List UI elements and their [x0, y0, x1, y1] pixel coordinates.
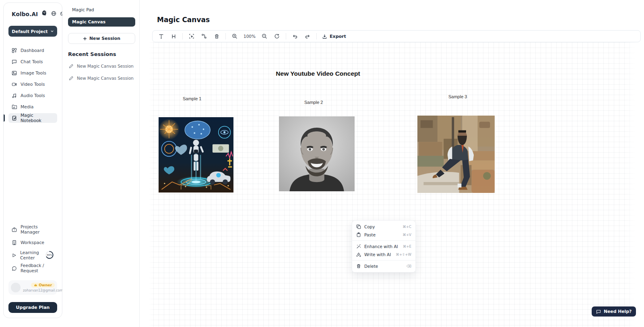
- sidebar-item-projects-manager[interactable]: Projects Manager: [8, 225, 57, 234]
- wand-icon: [356, 244, 361, 249]
- sidebar-item-magic-notebook[interactable]: Magic Notebook: [8, 113, 57, 123]
- sidebar-item-workspace[interactable]: Workspace: [8, 238, 57, 247]
- brand-row: Kolbo.AI: [8, 10, 57, 18]
- canvas-title-text[interactable]: New Youtube Video Concept: [217, 70, 419, 77]
- toolbar-divider: [286, 33, 286, 39]
- magic-pad-link[interactable]: Magic Pad: [68, 6, 135, 14]
- briefcase-icon: [12, 227, 17, 232]
- context-menu-item-paste[interactable]: Paste ⌘+V: [352, 231, 415, 239]
- context-menu-shortcut: ⌘+V: [402, 233, 411, 237]
- context-menu-shortcut: ⌫: [407, 264, 411, 268]
- sidebar-item-media[interactable]: Media: [8, 102, 57, 112]
- feedback-icon: [12, 266, 17, 271]
- owner-badge-label: Owner: [39, 283, 52, 287]
- play-icon: [12, 253, 17, 258]
- connector-tool-button[interactable]: [200, 33, 208, 40]
- sidebar-item-label: Dashboard: [21, 48, 44, 53]
- globe-icon[interactable]: [51, 10, 56, 18]
- sidebar-item-image-tools[interactable]: Image Tools: [8, 68, 57, 78]
- sidebar-item-label: Projects Manager: [21, 224, 54, 235]
- toolbar-divider: [225, 33, 226, 39]
- app-root: Kolbo.AI Default Project Dashboard Chat …: [0, 0, 644, 327]
- context-menu-item-write-with-ai[interactable]: Write with AI ⌘+⇧+W: [352, 250, 415, 259]
- sidebar-nav: Dashboard Chat Tools Image Tools Video T…: [8, 46, 57, 123]
- recent-sessions-heading: Recent Sessions: [68, 51, 135, 57]
- canvas-image-man-on-ruins[interactable]: [417, 116, 495, 193]
- context-menu-label: Enhance with AI: [364, 244, 398, 249]
- delete-tool-button[interactable]: [213, 33, 220, 40]
- context-menu-shortcut: ⌘+C: [402, 225, 411, 229]
- session-item-label: New Magic Canvas Session: [77, 76, 134, 81]
- sidebar-item-label: Chat Tools: [21, 59, 43, 64]
- avatar: [11, 283, 21, 292]
- canvas-sample-2-label[interactable]: Sample 2: [304, 100, 323, 105]
- zoom-out-button[interactable]: [261, 33, 268, 40]
- context-menu-divider: [352, 260, 415, 261]
- download-icon: [322, 34, 327, 39]
- copy-icon: [356, 224, 361, 229]
- canvas-toolbar: 100% Export: [152, 30, 641, 42]
- sidebar-item-label: Workspace: [21, 240, 44, 245]
- chevron-down-icon: [50, 29, 54, 33]
- notebook-icon: [12, 116, 17, 121]
- sidebar-bottom-nav: Projects Manager Workspace Learning Cent…: [8, 225, 57, 313]
- sidebar-item-chat-tools[interactable]: Chat Tools: [8, 57, 57, 66]
- select-tool-button[interactable]: [188, 33, 195, 40]
- sidebar-item-feedback[interactable]: Feedback / Request: [8, 263, 57, 273]
- learning-progress-ring: 66%: [45, 250, 54, 261]
- project-selector-label: Default Project: [12, 29, 47, 34]
- pencil-icon: [69, 76, 74, 81]
- project-selector[interactable]: Default Project: [8, 26, 57, 37]
- sidebar-item-learning-center[interactable]: Learning Center 66%: [8, 250, 57, 260]
- context-menu-label: Delete: [364, 264, 378, 269]
- building-icon: [12, 240, 17, 245]
- audio-icon: [12, 93, 17, 98]
- pencil-icon: [69, 64, 74, 68]
- svg-text:66%: 66%: [47, 254, 52, 256]
- redo-button[interactable]: [304, 33, 311, 40]
- user-account-card[interactable]: Owner zoharvan12@gmail.com ⌃: [8, 280, 57, 295]
- trash-icon: [356, 264, 361, 269]
- context-menu-item-enhance-with-ai[interactable]: Enhance with AI ⌘+E: [352, 242, 415, 250]
- context-menu-item-delete[interactable]: Delete ⌫: [352, 262, 415, 270]
- sidebar-item-video-tools[interactable]: Video Tools: [8, 79, 57, 89]
- undo-button[interactable]: [291, 33, 299, 40]
- toolbar-divider: [182, 33, 183, 39]
- sidebar: Kolbo.AI Default Project Dashboard Chat …: [3, 2, 62, 318]
- new-session-button[interactable]: New Session: [68, 33, 135, 44]
- context-menu-item-copy[interactable]: Copy ⌘+C: [352, 223, 415, 231]
- upgrade-plan-button[interactable]: Upgrade Plan: [8, 302, 57, 313]
- crown-icon: [34, 284, 37, 287]
- sidebar-item-label: Audio Tools: [21, 93, 45, 98]
- zoom-in-button[interactable]: [231, 33, 238, 40]
- sidebar-item-dashboard[interactable]: Dashboard: [8, 46, 57, 55]
- media-icon: [12, 104, 17, 110]
- text-tool-button[interactable]: [157, 33, 165, 40]
- user-meta: Owner zoharvan12@gmail.com: [23, 283, 63, 292]
- need-help-label: Need Help?: [604, 309, 632, 314]
- canvas-sample-1-label[interactable]: Sample 1: [183, 96, 201, 101]
- context-menu-divider: [352, 240, 415, 241]
- video-icon: [12, 82, 17, 87]
- canvas-image-ai-concept[interactable]: [159, 117, 233, 192]
- export-button[interactable]: Export: [322, 34, 346, 39]
- toolbar-divider: [316, 33, 317, 39]
- new-session-label: New Session: [89, 36, 120, 41]
- sidebar-item-label: Learning Center: [20, 250, 41, 261]
- reset-view-button[interactable]: [273, 33, 281, 40]
- need-help-button[interactable]: Need Help?: [592, 306, 636, 317]
- magic-canvas-link-active[interactable]: Magic Canvas: [68, 17, 135, 27]
- sidebar-item-label: Video Tools: [21, 82, 45, 87]
- heading-tool-button[interactable]: [170, 33, 177, 40]
- user-email: zoharvan12@gmail.com: [23, 288, 63, 292]
- context-menu-shortcut: ⌘+⇧+W: [396, 252, 411, 257]
- canvas-sample-3-label[interactable]: Sample 3: [448, 94, 467, 99]
- paste-icon: [356, 232, 361, 237]
- owner-badge: Owner: [31, 283, 55, 288]
- canvas-image-portrait[interactable]: [279, 116, 355, 191]
- session-item[interactable]: New Magic Canvas Session: [68, 75, 135, 81]
- session-item[interactable]: New Magic Canvas Session: [68, 63, 135, 69]
- dashboard-icon: [12, 48, 17, 53]
- sidebar-item-audio-tools[interactable]: Audio Tools: [8, 91, 57, 100]
- context-menu: Copy ⌘+C Paste ⌘+V Enhance with AI ⌘+E W…: [352, 220, 416, 273]
